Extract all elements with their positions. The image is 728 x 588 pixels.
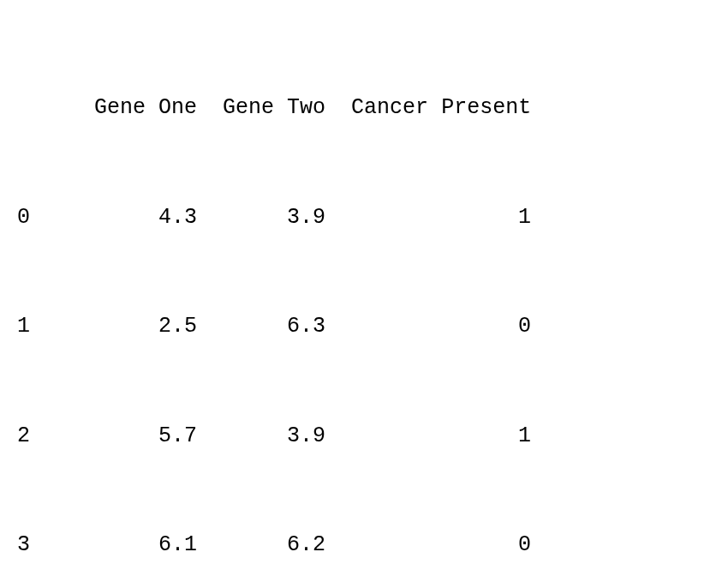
cell-gene-two: 3.9 <box>197 205 325 230</box>
table-row: 1 2.5 6.3 0 <box>17 309 711 345</box>
header-sep <box>197 95 223 120</box>
table-row: 2 5.7 3.9 1 <box>17 418 711 455</box>
cell-gene-one: 4.3 <box>94 205 197 230</box>
column-header-gene-one: Gene One <box>94 95 197 120</box>
cell-gene-two: 3.9 <box>197 423 325 448</box>
row-index: 1 <box>17 314 94 339</box>
cell-gene-one: 5.7 <box>94 423 197 448</box>
table-header-row: Gene One Gene Two Cancer Present <box>17 90 711 127</box>
cell-cancer: 1 <box>325 423 531 448</box>
index-header-pad <box>17 95 94 120</box>
table-row: 0 4.3 3.9 1 <box>17 200 711 237</box>
cell-gene-one: 2.5 <box>94 314 197 339</box>
header-sep <box>325 95 351 120</box>
cell-gene-two: 6.3 <box>197 314 325 339</box>
table-row: 3 6.1 6.2 0 <box>17 527 711 564</box>
cell-gene-one: 6.1 <box>94 532 197 557</box>
dataframe-output: Gene One Gene Two Cancer Present 0 4.3 3… <box>17 17 711 588</box>
row-index: 2 <box>17 423 94 448</box>
column-header-gene-two: Gene Two <box>223 95 325 120</box>
cell-cancer: 0 <box>325 532 531 557</box>
cell-gene-two: 6.2 <box>197 532 325 557</box>
column-header-cancer-present: Cancer Present <box>351 95 531 120</box>
cell-cancer: 1 <box>325 205 531 230</box>
row-index: 3 <box>17 532 94 557</box>
row-index: 0 <box>17 205 94 230</box>
cell-cancer: 0 <box>325 314 531 339</box>
